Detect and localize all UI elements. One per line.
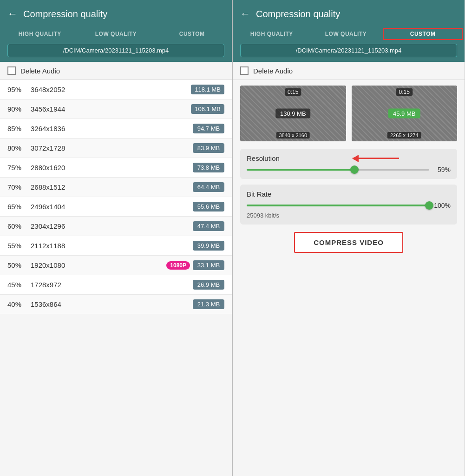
right-delete-audio-row: Delete Audio <box>233 62 465 80</box>
quality-badge-wrap: 73.8 MB <box>193 163 224 172</box>
preview-time-2: 0:15 <box>396 88 413 96</box>
right-file-path: /DCIM/Camera/20231121_115203.mp4 <box>240 44 457 57</box>
quality-badge-wrap: 118.1 MB <box>191 85 224 94</box>
right-file-path-bar: /DCIM/Camera/20231121_115203.mp4 <box>233 44 465 62</box>
quality-badge-wrap: 106.1 MB <box>191 104 224 114</box>
quality-size: 83.9 MB <box>193 143 224 153</box>
1080p-badge: 1080P <box>166 261 190 270</box>
quality-row[interactable]: 80%3072x172883.9 MB <box>0 139 232 158</box>
preview-dims-2: 2265 x 1274 <box>387 132 421 139</box>
quality-size: 33.1 MB <box>193 260 224 270</box>
quality-size: 39.9 MB <box>193 241 224 251</box>
right-back-button[interactable]: ← <box>240 8 250 20</box>
quality-percent: 95% <box>7 86 31 93</box>
left-file-path: /DCIM/Camera/20231121_115203.mp4 <box>7 44 224 57</box>
custom-content: 0:15 130.9 MB 3840 x 2160 0:15 45.9 MB 2… <box>233 80 465 476</box>
quality-row[interactable]: 85%3264x183694.7 MB <box>0 119 232 139</box>
right-tab-high-quality[interactable]: HIGH QUALITY <box>235 28 309 40</box>
quality-row[interactable]: 95%3648x2052118.1 MB <box>0 80 232 99</box>
quality-badge-wrap: 21.3 MB <box>193 299 224 309</box>
red-arrow-icon <box>353 158 399 159</box>
quality-resolution: 2688x1512 <box>31 183 193 191</box>
bitrate-slider-track[interactable] <box>247 205 429 206</box>
preview-row: 0:15 130.9 MB 3840 x 2160 0:15 45.9 MB 2… <box>240 86 457 141</box>
quality-resolution: 2112x1188 <box>31 242 193 250</box>
quality-size: 47.4 MB <box>193 221 224 231</box>
left-delete-audio-checkbox[interactable] <box>7 66 16 75</box>
left-panel: ← Compression quality HIGH QUALITY LOW Q… <box>0 0 232 476</box>
quality-resolution: 2304x1296 <box>31 222 193 230</box>
quality-resolution: 1728x972 <box>31 281 193 289</box>
preview-size-2: 45.9 MB <box>388 109 420 119</box>
quality-percent: 75% <box>7 164 31 172</box>
compress-button-wrap: COMPRESS VIDEO <box>240 232 457 253</box>
preview-thumb-compressed: 0:15 45.9 MB 2265 x 1274 <box>352 86 458 141</box>
left-file-path-bar: /DCIM/Camera/20231121_115203.mp4 <box>0 44 232 62</box>
bitrate-slider-thumb[interactable] <box>425 201 433 210</box>
quality-size: 26.9 MB <box>193 280 224 290</box>
quality-percent: 55% <box>7 242 31 250</box>
resolution-label: Resolution <box>247 154 349 162</box>
quality-resolution: 2880x1620 <box>31 164 193 172</box>
bitrate-slider-row: 100% <box>247 202 451 209</box>
compress-video-button[interactable]: COMPRESS VIDEO <box>294 232 403 253</box>
bitrate-slider-value: 100% <box>434 202 451 209</box>
bitrate-section: Bit Rate 100% 25093 kbit/s <box>240 185 457 225</box>
right-header: ← Compression quality <box>233 0 465 28</box>
right-delete-audio-checkbox[interactable] <box>240 66 249 75</box>
left-tab-high-quality[interactable]: HIGH QUALITY <box>2 28 78 40</box>
quality-row[interactable]: 65%2496x140455.6 MB <box>0 197 232 217</box>
resolution-slider-row: 59% <box>247 166 451 173</box>
left-delete-audio-label: Delete Audio <box>20 67 60 75</box>
quality-resolution: 2496x1404 <box>31 203 193 211</box>
quality-row[interactable]: 70%2688x151264.4 MB <box>0 178 232 197</box>
quality-size: 21.3 MB <box>193 299 224 309</box>
left-tabs: HIGH QUALITY LOW QUALITY CUSTOM <box>0 28 232 44</box>
quality-row[interactable]: 90%3456x1944106.1 MB <box>0 99 232 119</box>
quality-row[interactable]: 60%2304x129647.4 MB <box>0 217 232 236</box>
quality-resolution: 1536x864 <box>31 300 193 308</box>
resolution-slider-thumb[interactable] <box>350 165 359 174</box>
quality-percent: 90% <box>7 105 31 113</box>
left-header: ← Compression quality <box>0 0 232 28</box>
quality-percent: 50% <box>7 261 31 269</box>
left-tab-low-quality[interactable]: LOW QUALITY <box>78 28 154 40</box>
resolution-slider-track[interactable] <box>247 169 429 171</box>
resolution-section: Resolution 59% <box>240 149 457 179</box>
resolution-slider-value: 59% <box>434 166 451 173</box>
left-delete-audio-row: Delete Audio <box>0 62 232 80</box>
right-tab-custom[interactable]: CUSTOM <box>383 28 463 40</box>
bitrate-label: Bit Rate <box>247 190 451 198</box>
quality-resolution: 1920x1080 <box>31 261 166 269</box>
right-tabs: HIGH QUALITY LOW QUALITY CUSTOM <box>233 28 465 44</box>
quality-resolution: 3456x1944 <box>31 105 191 113</box>
preview-time-1: 0:15 <box>285 88 301 96</box>
quality-size: 106.1 MB <box>191 104 224 114</box>
left-back-button[interactable]: ← <box>7 8 18 20</box>
quality-row[interactable]: 40%1536x86421.3 MB <box>0 295 232 314</box>
quality-row[interactable]: 75%2880x162073.8 MB <box>0 158 232 178</box>
quality-badge-wrap: 1080P33.1 MB <box>166 260 224 270</box>
left-tab-custom[interactable]: CUSTOM <box>154 28 230 40</box>
quality-row[interactable]: 50%1920x10801080P33.1 MB <box>0 256 232 275</box>
quality-resolution: 3072x1728 <box>31 144 193 152</box>
right-tab-low-quality[interactable]: LOW QUALITY <box>309 28 383 40</box>
quality-percent: 40% <box>7 300 31 308</box>
quality-percent: 80% <box>7 144 31 152</box>
quality-row[interactable]: 45%1728x97226.9 MB <box>0 275 232 295</box>
quality-badge-wrap: 94.7 MB <box>193 124 224 133</box>
left-header-title: Compression quality <box>23 9 107 20</box>
quality-size: 55.6 MB <box>193 202 224 212</box>
resolution-label-row: Resolution <box>247 154 451 162</box>
preview-dims-1: 3840 x 2160 <box>276 132 310 139</box>
quality-badge-wrap: 55.6 MB <box>193 202 224 212</box>
quality-percent: 65% <box>7 203 31 211</box>
preview-size-1: 130.9 MB <box>275 109 311 119</box>
quality-size: 64.4 MB <box>193 182 224 192</box>
quality-row[interactable]: 55%2112x118839.9 MB <box>0 236 232 256</box>
quality-percent: 85% <box>7 125 31 132</box>
quality-percent: 45% <box>7 281 31 289</box>
quality-resolution: 3648x2052 <box>31 86 191 93</box>
quality-badge-wrap: 26.9 MB <box>193 280 224 290</box>
quality-percent: 60% <box>7 222 31 230</box>
